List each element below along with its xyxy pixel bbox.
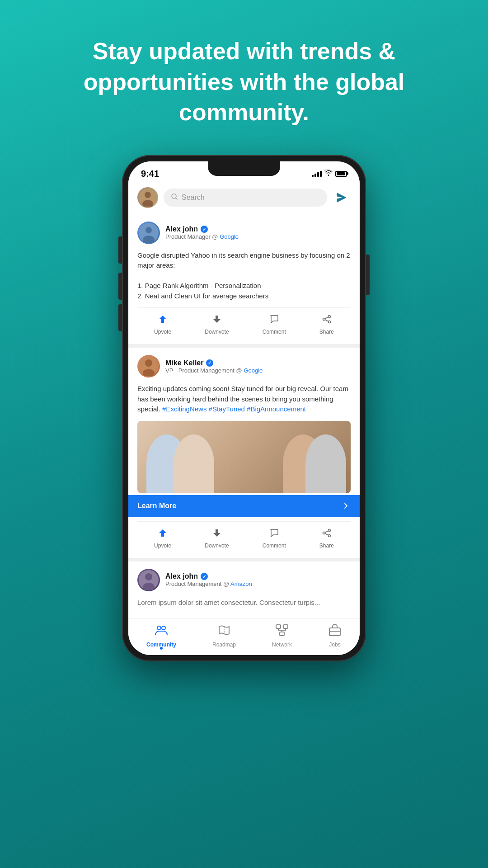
post-header-2: Mike Keller ✓ VP - Product Management @ … bbox=[137, 355, 351, 377]
svg-point-7 bbox=[328, 316, 330, 318]
jobs-icon bbox=[328, 624, 342, 640]
wifi-icon bbox=[324, 170, 333, 178]
post-company-link-1[interactable]: Google bbox=[220, 233, 239, 240]
svg-point-15 bbox=[323, 532, 325, 534]
svg-point-1 bbox=[145, 192, 151, 198]
phone-wrapper: 9:41 bbox=[0, 155, 488, 661]
nav-label-jobs: Jobs bbox=[329, 642, 340, 648]
svg-point-14 bbox=[328, 534, 330, 537]
nav-item-jobs[interactable]: Jobs bbox=[321, 624, 349, 648]
downvote-btn-2[interactable]: Downvote bbox=[199, 526, 234, 551]
comment-btn-2[interactable]: Comment bbox=[257, 526, 291, 551]
svg-rect-23 bbox=[280, 632, 284, 636]
verified-badge-3: ✓ bbox=[201, 573, 208, 580]
nav-active-dot bbox=[160, 647, 163, 650]
post-avatar-1 bbox=[137, 222, 160, 244]
community-icon bbox=[155, 624, 168, 640]
svg-point-11 bbox=[145, 359, 152, 367]
phone-screen: 9:41 bbox=[128, 161, 360, 655]
status-time: 9:41 bbox=[141, 169, 159, 179]
battery-icon bbox=[335, 171, 347, 177]
svg-rect-22 bbox=[283, 625, 288, 628]
nav-item-roadmap[interactable]: Roadmap bbox=[205, 624, 243, 648]
svg-point-17 bbox=[145, 573, 152, 580]
post-body-1: Google disrupted Yahoo in its search eng… bbox=[137, 250, 351, 302]
search-icon bbox=[171, 193, 178, 202]
post-actions-1: Upvote Downvote bbox=[137, 307, 351, 337]
send-button[interactable] bbox=[333, 189, 351, 207]
bottom-nav: Community Roadmap bbox=[128, 618, 360, 655]
learn-more-label: Learn More bbox=[137, 502, 176, 510]
downvote-btn-1[interactable]: Downvote bbox=[199, 312, 234, 337]
hashtags-2: #ExcitingNews #StayTuned #BigAnnouncemen… bbox=[162, 405, 306, 413]
network-icon bbox=[275, 624, 289, 640]
share-btn-1[interactable]: Share bbox=[314, 312, 339, 337]
comment-btn-1[interactable]: Comment bbox=[257, 312, 291, 337]
nav-label-network: Network bbox=[272, 642, 292, 648]
post-author-info-3: Alex john ✓ Product Management @ Amazon bbox=[165, 572, 351, 587]
search-placeholder: Search bbox=[182, 193, 205, 202]
svg-point-20 bbox=[162, 626, 165, 630]
post-actions-2: Upvote Downvote bbox=[137, 521, 351, 551]
post-company-link-3[interactable]: Amazon bbox=[230, 580, 252, 587]
hero-title: Stay updated with trends & opportunities… bbox=[0, 0, 488, 146]
post-card-2: Mike Keller ✓ VP - Product Management @ … bbox=[128, 348, 360, 558]
svg-point-8 bbox=[328, 321, 330, 323]
feed: Alex john ✓ Product Manager @ Google Goo… bbox=[128, 214, 360, 618]
share-btn-2[interactable]: Share bbox=[314, 526, 339, 551]
top-bar: Search bbox=[128, 183, 360, 214]
user-avatar[interactable] bbox=[137, 187, 158, 208]
signal-icon bbox=[312, 170, 322, 177]
post-avatar-3 bbox=[137, 569, 160, 591]
learn-more-button[interactable]: Learn More bbox=[128, 495, 360, 517]
phone-frame: 9:41 bbox=[122, 155, 366, 661]
upvote-btn-1[interactable]: Upvote bbox=[149, 312, 177, 337]
post-role-2: VP - Product Management @ Google bbox=[165, 367, 351, 374]
post-body-2: Exciting updates coming soon! Stay tuned… bbox=[137, 384, 351, 415]
svg-point-19 bbox=[157, 626, 161, 630]
post-header-3: Alex john ✓ Product Management @ Amazon bbox=[137, 569, 351, 591]
post-image-2 bbox=[137, 421, 351, 493]
phone-notch bbox=[208, 161, 280, 176]
post-role-3: Product Management @ Amazon bbox=[165, 580, 351, 587]
svg-point-13 bbox=[328, 529, 330, 531]
post-author-info-2: Mike Keller ✓ VP - Product Management @ … bbox=[165, 359, 351, 374]
post-author-info-1: Alex john ✓ Product Manager @ Google bbox=[165, 225, 351, 240]
post-avatar-2 bbox=[137, 355, 160, 377]
verified-badge-2: ✓ bbox=[206, 359, 213, 367]
post-company-link-2[interactable]: Google bbox=[244, 367, 263, 374]
post-author-name-2: Mike Keller ✓ bbox=[165, 359, 351, 367]
post-author-name-1: Alex john ✓ bbox=[165, 225, 351, 233]
post-header-1: Alex john ✓ Product Manager @ Google bbox=[137, 222, 351, 244]
verified-badge-1: ✓ bbox=[201, 226, 208, 233]
svg-point-9 bbox=[323, 318, 325, 321]
post-author-name-3: Alex john ✓ bbox=[165, 572, 351, 580]
roadmap-icon bbox=[217, 624, 231, 640]
search-bar[interactable]: Search bbox=[164, 189, 327, 207]
status-icons bbox=[312, 170, 347, 178]
svg-point-5 bbox=[145, 227, 152, 233]
upvote-btn-2[interactable]: Upvote bbox=[149, 526, 177, 551]
nav-label-roadmap: Roadmap bbox=[212, 642, 236, 648]
nav-item-network[interactable]: Network bbox=[265, 624, 299, 648]
nav-item-community[interactable]: Community bbox=[139, 624, 183, 648]
svg-rect-21 bbox=[276, 625, 281, 628]
post-role-1: Product Manager @ Google bbox=[165, 233, 351, 240]
post-body-3: Lorem ipsum dolor sit amet consectetur. … bbox=[137, 598, 351, 608]
post-card-1: Alex john ✓ Product Manager @ Google Goo… bbox=[128, 214, 360, 344]
hero-section: Stay updated with trends & opportunities… bbox=[0, 0, 488, 146]
post-card-3: Alex john ✓ Product Management @ Amazon … bbox=[128, 561, 360, 618]
